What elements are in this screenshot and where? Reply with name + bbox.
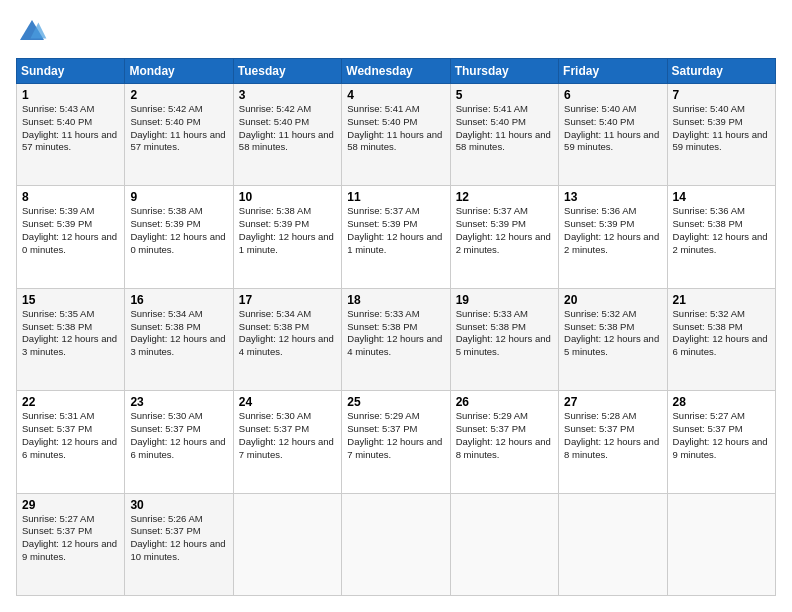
day-number: 5 bbox=[456, 88, 553, 102]
calendar-cell: 18Sunrise: 5:33 AMSunset: 5:38 PMDayligh… bbox=[342, 288, 450, 390]
calendar-week-row: 15Sunrise: 5:35 AMSunset: 5:38 PMDayligh… bbox=[17, 288, 776, 390]
day-number: 11 bbox=[347, 190, 444, 204]
day-number: 9 bbox=[130, 190, 227, 204]
calendar-cell: 3Sunrise: 5:42 AMSunset: 5:40 PMDaylight… bbox=[233, 84, 341, 186]
day-cell-content: Sunrise: 5:43 AMSunset: 5:40 PMDaylight:… bbox=[22, 103, 119, 154]
day-cell-content: Sunrise: 5:30 AMSunset: 5:37 PMDaylight:… bbox=[239, 410, 336, 461]
calendar-cell: 30Sunrise: 5:26 AMSunset: 5:37 PMDayligh… bbox=[125, 493, 233, 595]
calendar-cell: 8Sunrise: 5:39 AMSunset: 5:39 PMDaylight… bbox=[17, 186, 125, 288]
day-number: 28 bbox=[673, 395, 770, 409]
day-number: 15 bbox=[22, 293, 119, 307]
day-cell-content: Sunrise: 5:28 AMSunset: 5:37 PMDaylight:… bbox=[564, 410, 661, 461]
calendar-cell: 12Sunrise: 5:37 AMSunset: 5:39 PMDayligh… bbox=[450, 186, 558, 288]
calendar-cell: 25Sunrise: 5:29 AMSunset: 5:37 PMDayligh… bbox=[342, 391, 450, 493]
day-cell-content: Sunrise: 5:26 AMSunset: 5:37 PMDaylight:… bbox=[130, 513, 227, 564]
logo-icon bbox=[16, 16, 48, 48]
calendar-cell bbox=[559, 493, 667, 595]
day-number: 10 bbox=[239, 190, 336, 204]
day-cell-content: Sunrise: 5:38 AMSunset: 5:39 PMDaylight:… bbox=[239, 205, 336, 256]
day-cell-content: Sunrise: 5:36 AMSunset: 5:39 PMDaylight:… bbox=[564, 205, 661, 256]
day-number: 29 bbox=[22, 498, 119, 512]
day-number: 30 bbox=[130, 498, 227, 512]
calendar-cell: 21Sunrise: 5:32 AMSunset: 5:38 PMDayligh… bbox=[667, 288, 775, 390]
weekday-header: Sunday bbox=[17, 59, 125, 84]
day-cell-content: Sunrise: 5:36 AMSunset: 5:38 PMDaylight:… bbox=[673, 205, 770, 256]
calendar-cell: 10Sunrise: 5:38 AMSunset: 5:39 PMDayligh… bbox=[233, 186, 341, 288]
calendar-week-row: 1Sunrise: 5:43 AMSunset: 5:40 PMDaylight… bbox=[17, 84, 776, 186]
page: SundayMondayTuesdayWednesdayThursdayFrid… bbox=[0, 0, 792, 612]
weekday-header: Monday bbox=[125, 59, 233, 84]
calendar-cell: 2Sunrise: 5:42 AMSunset: 5:40 PMDaylight… bbox=[125, 84, 233, 186]
day-cell-content: Sunrise: 5:35 AMSunset: 5:38 PMDaylight:… bbox=[22, 308, 119, 359]
day-number: 13 bbox=[564, 190, 661, 204]
calendar-cell bbox=[342, 493, 450, 595]
day-number: 4 bbox=[347, 88, 444, 102]
day-number: 14 bbox=[673, 190, 770, 204]
day-cell-content: Sunrise: 5:27 AMSunset: 5:37 PMDaylight:… bbox=[22, 513, 119, 564]
day-cell-content: Sunrise: 5:40 AMSunset: 5:40 PMDaylight:… bbox=[564, 103, 661, 154]
calendar-cell bbox=[450, 493, 558, 595]
calendar-cell bbox=[233, 493, 341, 595]
weekday-header: Thursday bbox=[450, 59, 558, 84]
calendar-cell: 27Sunrise: 5:28 AMSunset: 5:37 PMDayligh… bbox=[559, 391, 667, 493]
calendar-cell: 22Sunrise: 5:31 AMSunset: 5:37 PMDayligh… bbox=[17, 391, 125, 493]
day-number: 7 bbox=[673, 88, 770, 102]
day-number: 25 bbox=[347, 395, 444, 409]
day-cell-content: Sunrise: 5:33 AMSunset: 5:38 PMDaylight:… bbox=[456, 308, 553, 359]
calendar-cell: 26Sunrise: 5:29 AMSunset: 5:37 PMDayligh… bbox=[450, 391, 558, 493]
day-cell-content: Sunrise: 5:40 AMSunset: 5:39 PMDaylight:… bbox=[673, 103, 770, 154]
calendar-week-row: 22Sunrise: 5:31 AMSunset: 5:37 PMDayligh… bbox=[17, 391, 776, 493]
day-number: 1 bbox=[22, 88, 119, 102]
calendar-cell: 4Sunrise: 5:41 AMSunset: 5:40 PMDaylight… bbox=[342, 84, 450, 186]
weekday-header: Friday bbox=[559, 59, 667, 84]
day-cell-content: Sunrise: 5:37 AMSunset: 5:39 PMDaylight:… bbox=[456, 205, 553, 256]
day-cell-content: Sunrise: 5:38 AMSunset: 5:39 PMDaylight:… bbox=[130, 205, 227, 256]
day-number: 6 bbox=[564, 88, 661, 102]
day-cell-content: Sunrise: 5:29 AMSunset: 5:37 PMDaylight:… bbox=[347, 410, 444, 461]
day-number: 2 bbox=[130, 88, 227, 102]
weekday-header: Wednesday bbox=[342, 59, 450, 84]
calendar-cell: 29Sunrise: 5:27 AMSunset: 5:37 PMDayligh… bbox=[17, 493, 125, 595]
day-number: 20 bbox=[564, 293, 661, 307]
calendar-table: SundayMondayTuesdayWednesdayThursdayFrid… bbox=[16, 58, 776, 596]
calendar-cell: 14Sunrise: 5:36 AMSunset: 5:38 PMDayligh… bbox=[667, 186, 775, 288]
calendar-cell: 11Sunrise: 5:37 AMSunset: 5:39 PMDayligh… bbox=[342, 186, 450, 288]
day-cell-content: Sunrise: 5:41 AMSunset: 5:40 PMDaylight:… bbox=[456, 103, 553, 154]
calendar-cell: 6Sunrise: 5:40 AMSunset: 5:40 PMDaylight… bbox=[559, 84, 667, 186]
day-cell-content: Sunrise: 5:30 AMSunset: 5:37 PMDaylight:… bbox=[130, 410, 227, 461]
calendar-cell bbox=[667, 493, 775, 595]
day-cell-content: Sunrise: 5:42 AMSunset: 5:40 PMDaylight:… bbox=[130, 103, 227, 154]
calendar-header-row: SundayMondayTuesdayWednesdayThursdayFrid… bbox=[17, 59, 776, 84]
day-number: 16 bbox=[130, 293, 227, 307]
day-number: 19 bbox=[456, 293, 553, 307]
day-number: 17 bbox=[239, 293, 336, 307]
weekday-header: Tuesday bbox=[233, 59, 341, 84]
calendar-cell: 1Sunrise: 5:43 AMSunset: 5:40 PMDaylight… bbox=[17, 84, 125, 186]
day-number: 12 bbox=[456, 190, 553, 204]
day-cell-content: Sunrise: 5:32 AMSunset: 5:38 PMDaylight:… bbox=[564, 308, 661, 359]
day-cell-content: Sunrise: 5:34 AMSunset: 5:38 PMDaylight:… bbox=[130, 308, 227, 359]
day-cell-content: Sunrise: 5:27 AMSunset: 5:37 PMDaylight:… bbox=[673, 410, 770, 461]
day-cell-content: Sunrise: 5:41 AMSunset: 5:40 PMDaylight:… bbox=[347, 103, 444, 154]
calendar-cell: 28Sunrise: 5:27 AMSunset: 5:37 PMDayligh… bbox=[667, 391, 775, 493]
day-number: 22 bbox=[22, 395, 119, 409]
calendar-cell: 5Sunrise: 5:41 AMSunset: 5:40 PMDaylight… bbox=[450, 84, 558, 186]
calendar-cell: 19Sunrise: 5:33 AMSunset: 5:38 PMDayligh… bbox=[450, 288, 558, 390]
day-number: 21 bbox=[673, 293, 770, 307]
calendar-cell: 9Sunrise: 5:38 AMSunset: 5:39 PMDaylight… bbox=[125, 186, 233, 288]
calendar-cell: 15Sunrise: 5:35 AMSunset: 5:38 PMDayligh… bbox=[17, 288, 125, 390]
day-number: 27 bbox=[564, 395, 661, 409]
calendar-cell: 23Sunrise: 5:30 AMSunset: 5:37 PMDayligh… bbox=[125, 391, 233, 493]
calendar-cell: 13Sunrise: 5:36 AMSunset: 5:39 PMDayligh… bbox=[559, 186, 667, 288]
day-cell-content: Sunrise: 5:37 AMSunset: 5:39 PMDaylight:… bbox=[347, 205, 444, 256]
weekday-header: Saturday bbox=[667, 59, 775, 84]
calendar-cell: 20Sunrise: 5:32 AMSunset: 5:38 PMDayligh… bbox=[559, 288, 667, 390]
calendar-week-row: 8Sunrise: 5:39 AMSunset: 5:39 PMDaylight… bbox=[17, 186, 776, 288]
calendar-cell: 17Sunrise: 5:34 AMSunset: 5:38 PMDayligh… bbox=[233, 288, 341, 390]
day-cell-content: Sunrise: 5:33 AMSunset: 5:38 PMDaylight:… bbox=[347, 308, 444, 359]
day-number: 3 bbox=[239, 88, 336, 102]
day-cell-content: Sunrise: 5:31 AMSunset: 5:37 PMDaylight:… bbox=[22, 410, 119, 461]
calendar-cell: 24Sunrise: 5:30 AMSunset: 5:37 PMDayligh… bbox=[233, 391, 341, 493]
day-cell-content: Sunrise: 5:34 AMSunset: 5:38 PMDaylight:… bbox=[239, 308, 336, 359]
day-number: 18 bbox=[347, 293, 444, 307]
